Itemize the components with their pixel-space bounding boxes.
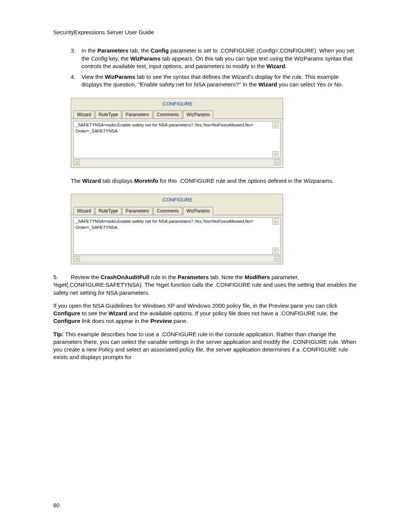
list-number: 3. bbox=[71, 47, 81, 70]
t: In the bbox=[81, 47, 97, 54]
t: for this .CONFIGURE rule and the options… bbox=[158, 177, 334, 184]
t: pane. bbox=[172, 318, 188, 324]
textarea-content: _SAFETYNSA=radio,Enable safety net for N… bbox=[75, 122, 271, 157]
t: link does not appear in the bbox=[80, 318, 150, 324]
t-bold: Configure bbox=[53, 310, 80, 316]
page-number: 60 bbox=[53, 502, 60, 509]
t-bold: Config bbox=[151, 47, 169, 54]
t: tab. Note the bbox=[209, 274, 245, 280]
t: . bbox=[285, 63, 287, 69]
t-bold: Wizard bbox=[266, 63, 285, 69]
scroll-right-icon[interactable]: ► bbox=[274, 256, 280, 261]
vertical-scrollbar[interactable]: ▲ ▼ bbox=[272, 122, 279, 157]
t: rule in the bbox=[150, 274, 178, 280]
tab-wizparams[interactable]: WizParams bbox=[183, 110, 213, 119]
scroll-down-icon[interactable]: ▼ bbox=[272, 151, 279, 157]
tab-row: Wizard RuleType Parameters Comments WizP… bbox=[71, 205, 283, 215]
scroll-right-icon[interactable]: ► bbox=[274, 160, 280, 165]
scroll-down-icon[interactable]: ▼ bbox=[272, 248, 279, 254]
scroll-left-icon[interactable]: ◄ bbox=[74, 160, 80, 165]
t: If you open the NSA Guidelines for Windo… bbox=[53, 302, 338, 309]
t-bold: CrashOnAuditFull bbox=[100, 274, 149, 280]
vertical-scrollbar[interactable]: ▲ ▼ bbox=[272, 219, 279, 254]
t-bold: WizParams bbox=[105, 73, 135, 80]
textarea-content: _SAFETYNSA=radio,Enable safety net for N… bbox=[75, 219, 271, 254]
configure-panel-2: .CONFIGURE Wizard RuleType Parameters Co… bbox=[71, 194, 283, 264]
tab-row: Wizard RuleType Parameters Comments WizP… bbox=[71, 109, 283, 119]
t-bold: Wizard bbox=[258, 81, 277, 88]
tab-parameters[interactable]: Parameters bbox=[122, 110, 153, 118]
tab-parameters[interactable]: Parameters bbox=[122, 207, 153, 215]
t: Review the bbox=[71, 274, 100, 280]
wizparams-textarea[interactable]: _SAFETYNSA=radio,Enable safety net for N… bbox=[73, 217, 280, 255]
list-number: 4. bbox=[71, 73, 81, 89]
panel-title: .CONFIGURE bbox=[71, 194, 283, 205]
panel-title: .CONFIGURE bbox=[71, 98, 283, 109]
list-body: In the Parameters tab, the Config parame… bbox=[81, 47, 358, 70]
t-bold: Wizard bbox=[108, 310, 127, 316]
t-bold: Parameters bbox=[97, 47, 129, 54]
tab-comments[interactable]: Comments bbox=[153, 207, 182, 215]
doc-header: SecurityExpressions Server User Guide bbox=[53, 29, 358, 36]
scroll-left-icon[interactable]: ◄ bbox=[74, 256, 80, 261]
t-bold: Preview bbox=[150, 318, 172, 324]
paragraph-tip: Tip: This example describes how to use a… bbox=[53, 331, 358, 361]
tab-wizparams[interactable]: WizParams bbox=[183, 207, 213, 215]
t: to see the bbox=[80, 310, 108, 316]
tab-wizard[interactable]: Wizard bbox=[73, 207, 94, 215]
list-item-4: 4. View the WizParams tab to see the syn… bbox=[53, 73, 358, 89]
horizontal-scrollbar[interactable]: ◄ ► bbox=[73, 256, 280, 262]
horizontal-scrollbar[interactable]: ◄ ► bbox=[73, 159, 280, 165]
scroll-up-icon[interactable]: ▲ bbox=[272, 122, 279, 128]
list-item-3: 3. In the Parameters tab, the Config par… bbox=[53, 47, 358, 70]
t-bold: MoreInfo bbox=[134, 177, 158, 184]
t: you can select Yes or No. bbox=[277, 81, 343, 88]
paragraph-wizard-tab: The Wizard tab displays MoreInfo for thi… bbox=[71, 177, 358, 185]
t-bold: Configure bbox=[53, 318, 80, 324]
tab-ruletype[interactable]: RuleType bbox=[95, 207, 121, 215]
t: The bbox=[71, 177, 82, 184]
t-bold: Tip: bbox=[53, 331, 64, 337]
tab-comments[interactable]: Comments bbox=[153, 110, 182, 118]
t: This example describes how to use a .CON… bbox=[53, 331, 356, 361]
t: tab, the bbox=[128, 47, 150, 54]
list-number: 5. bbox=[53, 274, 58, 280]
t-bold: Wizard bbox=[82, 177, 101, 184]
t-bold: WizParams bbox=[130, 55, 161, 62]
panel-body: _SAFETYNSA=radio,Enable safety net for N… bbox=[71, 119, 283, 168]
panel-body: _SAFETYNSA=radio,Enable safety net for N… bbox=[71, 215, 283, 264]
t-bold: Parameters bbox=[178, 274, 209, 280]
scroll-up-icon[interactable]: ▲ bbox=[272, 219, 279, 225]
t: and the available options. If your polic… bbox=[127, 310, 338, 316]
list-body: View the WizParams tab to see the syntax… bbox=[81, 73, 358, 89]
list-item-5: 5. Review the CrashOnAuditFull rule in t… bbox=[53, 273, 358, 297]
t-bold: Modifiers bbox=[245, 274, 270, 280]
paragraph-preview: If you open the NSA Guidelines for Windo… bbox=[53, 302, 358, 325]
configure-panel-1: .CONFIGURE Wizard RuleType Parameters Co… bbox=[71, 98, 283, 168]
t: View the bbox=[81, 73, 105, 80]
t: tab displays bbox=[101, 177, 134, 184]
wizparams-textarea[interactable]: _SAFETYNSA=radio,Enable safety net for N… bbox=[73, 121, 280, 158]
tab-ruletype[interactable]: RuleType bbox=[95, 110, 121, 118]
tab-wizard[interactable]: Wizard bbox=[73, 110, 94, 118]
